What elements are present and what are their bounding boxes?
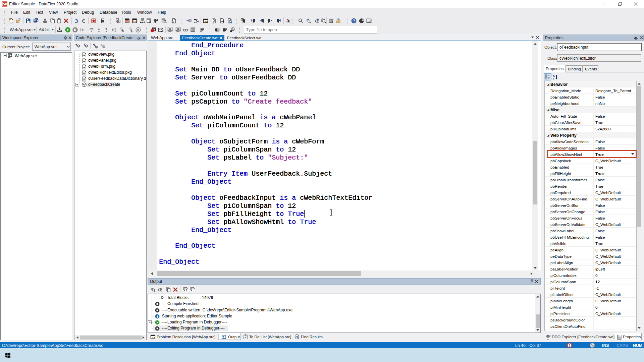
svg-text:2: 2: [553, 77, 554, 80]
svg-text:fx: fx: [101, 44, 103, 46]
svg-text:ab: ab: [331, 18, 333, 20]
svg-text:DF: DF: [3, 3, 7, 6]
svg-text:ab: ab: [330, 21, 332, 23]
svg-text:DF: DF: [126, 20, 128, 22]
svg-text:?: ?: [353, 19, 355, 23]
